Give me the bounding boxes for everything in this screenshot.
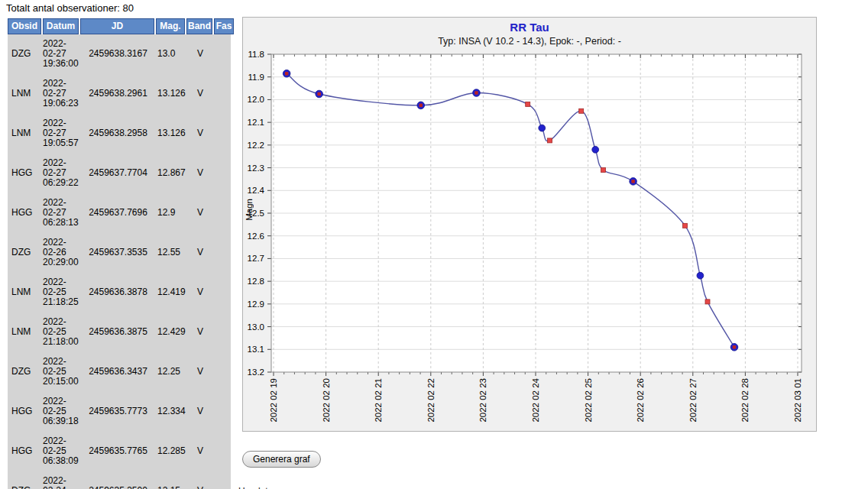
svg-text:2022 02 22: 2022 02 22 bbox=[426, 378, 436, 423]
data-point-circle bbox=[539, 125, 546, 131]
x-tick-label: 2022 02 19 bbox=[269, 378, 278, 423]
svg-text:2022 02 28: 2022 02 28 bbox=[740, 378, 750, 423]
cell-mag: 12.15 bbox=[156, 486, 186, 489]
data-point-square bbox=[474, 91, 478, 94]
y-tick-label: 12.1 bbox=[248, 118, 264, 127]
svg-text:2022 02 19: 2022 02 19 bbox=[269, 378, 278, 423]
y-tick-label: 12.6 bbox=[248, 232, 264, 241]
cell-jd: 2459637.3535 bbox=[80, 248, 156, 257]
data-point-square bbox=[548, 138, 552, 143]
x-tick-label: 2022 02 21 bbox=[374, 378, 383, 423]
x-tick-label: 2022 02 24 bbox=[531, 377, 540, 422]
cell-datum: 2022-02-2420:24:00 bbox=[43, 476, 80, 489]
column-header-band: Band bbox=[186, 18, 212, 34]
y-tick-label: 13.0 bbox=[248, 322, 264, 332]
y-axis-title: Magn bbox=[245, 199, 254, 221]
cell-jd: 2459638.2958 bbox=[80, 128, 156, 138]
data-point-square bbox=[317, 92, 320, 96]
cell-datum: 2022-02-2506:38:09 bbox=[43, 436, 80, 466]
cell-datum: 2022-02-2620:29:00 bbox=[43, 238, 80, 267]
table-row: HGG2022-02-2706:28:132459637.769612.9V bbox=[8, 193, 231, 233]
cell-datum: 2022-02-2719:06:23 bbox=[43, 79, 80, 108]
generate-graph-button[interactable]: Generera graf bbox=[242, 451, 321, 468]
cell-obsid: DZG bbox=[8, 367, 43, 377]
table-row: LNM2022-02-2719:05:572459638.295813.126V bbox=[8, 114, 231, 154]
cell-datum: 2022-02-2706:29:22 bbox=[43, 158, 80, 188]
bottom-partial-text: Uppdatera bbox=[238, 486, 281, 489]
chart-subtitle: Typ: INSA (V 10.2 - 14.3), Epok: -, Peri… bbox=[243, 36, 816, 47]
x-tick-label: 2022 02 25 bbox=[584, 378, 593, 423]
y-tick-label: 12.3 bbox=[248, 164, 264, 173]
chart-title: RR Tau bbox=[243, 21, 816, 34]
x-tick-label: 2022 02 26 bbox=[636, 378, 645, 423]
table-row: HGG2022-02-2506:39:182459635.777312.334V bbox=[8, 392, 231, 432]
cell-band: V bbox=[186, 248, 214, 257]
cell-mag: 13.126 bbox=[156, 89, 186, 99]
y-tick-label: 11.9 bbox=[248, 73, 264, 82]
light-curve-panel: 11.811.912.012.112.212.312.412.512.612.7… bbox=[242, 17, 817, 432]
cell-jd: 2459636.3875 bbox=[80, 327, 156, 337]
svg-text:2022 02 23: 2022 02 23 bbox=[478, 378, 487, 423]
cell-jd: 2459635.7773 bbox=[80, 406, 156, 416]
column-header-datum: Datum bbox=[43, 18, 79, 34]
y-tick-label: 12.2 bbox=[248, 141, 264, 150]
cell-obsid: DZG bbox=[8, 49, 43, 59]
cell-datum: 2022-02-2719:36:00 bbox=[43, 39, 80, 69]
table-row: HGG2022-02-2506:38:092459635.776512.285V bbox=[8, 432, 231, 471]
y-tick-label: 12.4 bbox=[248, 186, 265, 195]
cell-band: V bbox=[186, 89, 214, 99]
column-header-mag: Mag. bbox=[156, 18, 185, 34]
table-row: LNM2022-02-2521:18:002459636.387512.429V bbox=[8, 313, 231, 352]
cell-jd: 2459636.3437 bbox=[80, 367, 156, 377]
x-tick-label: 2022 02 28 bbox=[740, 378, 750, 423]
table-row: DZG2022-02-2520:15:002459636.343712.25V bbox=[8, 352, 231, 392]
table-row: LNM2022-02-2719:06:232459638.296113.126V bbox=[8, 74, 231, 114]
cell-mag: 13.126 bbox=[156, 128, 186, 138]
cell-jd: 2459635.3500 bbox=[80, 486, 156, 489]
cell-obsid: LNM bbox=[8, 327, 43, 337]
table-row: HGG2022-02-2706:29:222459637.770412.867V bbox=[8, 154, 231, 193]
cell-datum: 2022-02-2521:18:25 bbox=[43, 277, 80, 307]
cell-band: V bbox=[186, 446, 214, 456]
table-row: DZG2022-02-2420:24:002459635.350012.15V bbox=[8, 471, 231, 489]
data-point-square bbox=[631, 180, 634, 183]
observations-table: Obsid Datum JD Mag. Band Fas DZG2022-02-… bbox=[8, 18, 231, 489]
cell-obsid: LNM bbox=[8, 287, 43, 297]
cell-jd: 2459637.7704 bbox=[80, 168, 156, 178]
cell-band: V bbox=[186, 208, 214, 218]
cell-band: V bbox=[186, 168, 214, 178]
cell-mag: 12.55 bbox=[156, 248, 186, 257]
data-point-square bbox=[579, 108, 584, 113]
data-point-circle bbox=[592, 146, 599, 153]
cell-jd: 2459637.7696 bbox=[80, 208, 156, 218]
data-point-square bbox=[705, 300, 710, 304]
cell-band: V bbox=[186, 287, 214, 297]
y-tick-label: 12.8 bbox=[248, 277, 264, 286]
y-tick-label: 12.7 bbox=[248, 254, 264, 263]
data-point-square bbox=[733, 345, 736, 348]
cell-obsid: HGG bbox=[8, 446, 43, 456]
cell-obsid: DZG bbox=[8, 248, 43, 257]
svg-text:2022 02 25: 2022 02 25 bbox=[584, 378, 593, 423]
table-row: DZG2022-02-2620:29:002459637.353512.55V bbox=[8, 233, 231, 273]
svg-text:2022 02 26: 2022 02 26 bbox=[636, 378, 645, 423]
x-tick-label: 2022 02 22 bbox=[426, 378, 436, 423]
table-body: DZG2022-02-2719:36:002459638.316713.0VLN… bbox=[8, 34, 231, 489]
light-curve-chart: 11.811.912.012.112.212.312.412.512.612.7… bbox=[243, 18, 816, 431]
cell-mag: 12.429 bbox=[156, 327, 186, 337]
cell-mag: 12.285 bbox=[156, 446, 186, 456]
cell-mag: 12.25 bbox=[156, 367, 186, 377]
x-tick-label: 2022 03 01 bbox=[793, 378, 802, 423]
cell-mag: 12.419 bbox=[156, 287, 186, 297]
data-point-square bbox=[419, 104, 423, 107]
cell-jd: 2459635.7765 bbox=[80, 446, 156, 456]
column-header-obsid: Obsid bbox=[8, 18, 41, 34]
x-tick-label: 2022 02 20 bbox=[322, 378, 331, 423]
cell-obsid: LNM bbox=[8, 89, 43, 99]
cell-band: V bbox=[186, 49, 214, 59]
y-tick-label: 12.9 bbox=[248, 300, 264, 309]
data-point-square bbox=[683, 223, 688, 228]
y-tick-label: 13.2 bbox=[248, 368, 264, 377]
svg-text:2022 02 21: 2022 02 21 bbox=[374, 378, 383, 423]
data-point-square bbox=[285, 72, 288, 75]
